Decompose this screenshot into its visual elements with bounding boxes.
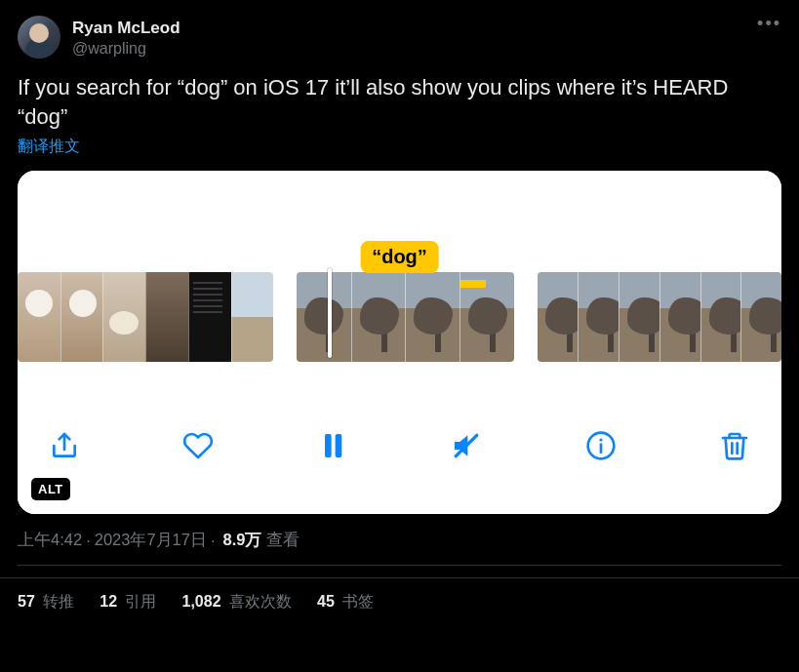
more-icon[interactable]: ••• — [757, 14, 781, 34]
clip-thumbnail[interactable] — [740, 272, 781, 362]
tweet-meta: 上午4:42 · 2023年7月17日 · 8.9万 查看 — [18, 530, 781, 551]
clip-thumbnail[interactable] — [351, 272, 406, 362]
display-name[interactable]: Ryan McLeod — [72, 18, 180, 39]
clip-thumbnail[interactable] — [659, 272, 700, 362]
meta-dot: · — [211, 532, 216, 550]
likes-stat[interactable]: 1,082 喜欢次数 — [182, 592, 293, 613]
tweet-container: Ryan McLeod @warpling ••• If you search … — [0, 0, 799, 578]
likes-count: 1,082 — [182, 593, 221, 610]
clip-group[interactable] — [18, 272, 273, 362]
author-names: Ryan McLeod @warpling — [72, 18, 180, 59]
tweet-date[interactable]: 2023年7月17日 — [95, 530, 207, 551]
trash-icon[interactable] — [717, 428, 752, 463]
retweets-count: 57 — [18, 593, 35, 610]
svg-point-5 — [599, 439, 602, 442]
clip-thumbnail[interactable] — [405, 272, 459, 362]
clip-thumbnail[interactable] — [145, 272, 188, 362]
clip-group[interactable] — [538, 272, 781, 362]
views-count[interactable]: 8.9万 — [223, 530, 262, 551]
heart-icon[interactable] — [180, 428, 216, 463]
handle[interactable]: @warpling — [72, 39, 180, 59]
divider — [18, 565, 781, 566]
svg-rect-0 — [325, 434, 332, 457]
clip-thumbnail[interactable] — [188, 272, 231, 362]
translate-link[interactable]: 翻译推文 — [18, 137, 80, 157]
bookmarks-count: 45 — [317, 593, 335, 610]
caption-bubble: “dog” — [360, 241, 439, 273]
playhead[interactable] — [328, 268, 332, 358]
speaker-muted-icon[interactable] — [449, 428, 484, 463]
clip-thumbnail[interactable] — [578, 272, 619, 362]
clip-thumbnail[interactable] — [538, 272, 579, 362]
clip-thumbnail[interactable] — [102, 272, 145, 362]
likes-label: 喜欢次数 — [225, 593, 292, 610]
avatar[interactable] — [18, 16, 60, 59]
retweets-stat[interactable]: 57 转推 — [18, 592, 74, 613]
caption-tick — [460, 280, 486, 288]
tweet-text: If you search for “dog” on iOS 17 it’ll … — [18, 73, 781, 131]
stats-row: 57 转推 12 引用 1,082 喜欢次数 45 书签 — [0, 578, 799, 626]
clip-thumbnail[interactable] — [700, 272, 741, 362]
info-icon[interactable] — [583, 428, 619, 463]
clip-thumbnail[interactable] — [18, 272, 60, 362]
quotes-count: 12 — [100, 593, 117, 610]
clip-thumbnail[interactable] — [60, 272, 103, 362]
tweet-header: Ryan McLeod @warpling ••• — [18, 16, 781, 59]
media-header-area: “dog” — [18, 171, 781, 268]
tweet-time[interactable]: 上午4:42 — [18, 530, 82, 551]
views-label: 查看 — [266, 530, 300, 551]
video-timeline[interactable] — [18, 268, 781, 366]
retweets-label: 转推 — [39, 593, 74, 610]
clip-thumbnail[interactable] — [619, 272, 659, 362]
clip-thumbnail[interactable] — [231, 272, 274, 362]
quotes-stat[interactable]: 12 引用 — [100, 592, 156, 613]
media-toolbar — [18, 366, 781, 514]
media-card[interactable]: “dog” — [18, 171, 781, 514]
svg-rect-1 — [335, 434, 341, 457]
bookmarks-stat[interactable]: 45 书签 — [317, 592, 374, 613]
clip-thumbnail[interactable] — [297, 272, 351, 362]
bookmarks-label: 书签 — [339, 593, 374, 610]
alt-badge[interactable]: ALT — [31, 478, 70, 500]
share-icon[interactable] — [47, 428, 82, 463]
pause-icon[interactable] — [315, 428, 350, 463]
quotes-label: 引用 — [121, 593, 156, 610]
meta-dot: · — [86, 532, 91, 550]
